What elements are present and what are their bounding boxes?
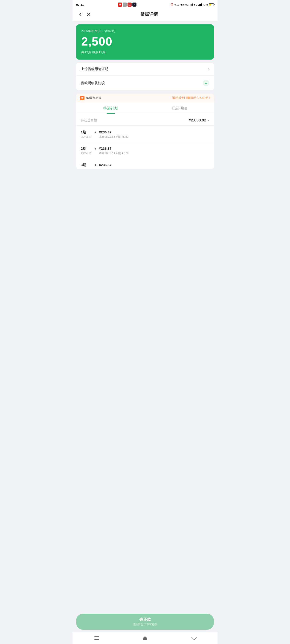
- payment-item-2: 2期 25/04/13 ¥236.37 本金188.67 + 利息47.70: [76, 143, 214, 159]
- period-2-date: 25/04/13: [81, 152, 95, 155]
- period-1: 1期 25/03/13: [81, 130, 95, 139]
- payment-1-amount: ¥236.37: [99, 130, 209, 134]
- period-3-num: 3期: [81, 163, 95, 167]
- page-title: 借据详情: [93, 11, 205, 17]
- payment-1-detail: 本金189.75 + 利息46.62: [99, 135, 209, 139]
- loan-details-right: [203, 80, 209, 86]
- total-amount-row: 待还总金额 ¥2,838.92: [76, 114, 214, 126]
- red-app-icon: 红: [128, 2, 132, 7]
- payment-item-1: 1期 25/03/13 ¥236.37 本金189.75 + 利息46.62: [76, 126, 214, 143]
- payment-3-amount: ¥236.37: [99, 163, 209, 167]
- period-2: 2期 25/04/13: [81, 146, 95, 155]
- period-2-num: 2期: [81, 146, 95, 151]
- tabs-row: 待还计划 已还明细: [76, 102, 214, 114]
- payment-2-amount: ¥236.37: [99, 146, 209, 150]
- back-button[interactable]: [76, 10, 85, 18]
- network-speed: 0.10 KB/s: [174, 4, 184, 6]
- coupon-link[interactable]: 返现后无门槛提现137.49元: [172, 96, 210, 100]
- dropdown-button[interactable]: [203, 80, 209, 86]
- network-type: 5G: [185, 3, 189, 6]
- tabs-section: 待还计划 已还明细 待还总金额 ¥2,838.92 1期 25/03/13 ¥2…: [76, 102, 214, 169]
- coupon-link-text: 返现后无门槛提现137.49元: [172, 96, 208, 100]
- period-3: 3期: [81, 163, 95, 167]
- battery-percent: 43%: [203, 3, 208, 6]
- period-1-num: 1期: [81, 130, 95, 134]
- total-amount-value: ¥2,838.92: [189, 118, 206, 122]
- tab-pending[interactable]: 待还计划: [76, 102, 145, 114]
- loan-amount: 2,500: [81, 35, 209, 48]
- chevron-right-icon: [207, 68, 209, 70]
- network-type-2: 5G: [194, 3, 197, 6]
- status-app-icons: 微 ○ 红 S: [118, 2, 136, 7]
- loan-date: 2025年02月13日 借款(元): [81, 29, 209, 33]
- battery-icon: [209, 4, 214, 6]
- loan-period: 共12期 剩余12期: [81, 50, 209, 54]
- upload-proof-right: [207, 68, 209, 70]
- status-time: 07:11: [76, 3, 84, 6]
- loan-details-item[interactable]: 借款明细及协议: [76, 76, 214, 90]
- payment-dot-1: [95, 132, 96, 133]
- total-label: 待还总金额: [81, 118, 97, 122]
- circle-icon: ○: [123, 2, 127, 7]
- payment-info-3: ¥236.37: [99, 163, 209, 167]
- signal-icon-2: [198, 4, 202, 6]
- payment-2-detail: 本金188.67 + 利息47.70: [99, 151, 209, 155]
- header: 借据详情: [73, 8, 217, 21]
- loan-card: 2025年02月13日 借款(元) 2,500 共12期 剩余12期: [76, 24, 214, 60]
- coupon-tag: 券: [80, 96, 85, 100]
- status-right: ⏰ 0.10 KB/s 5G 5G 43%: [170, 3, 214, 6]
- payment-list: 1期 25/03/13 ¥236.37 本金189.75 + 利息46.62 2…: [76, 126, 214, 169]
- close-button[interactable]: [85, 10, 93, 18]
- upload-proof-item[interactable]: 上传借款用途证明: [76, 63, 214, 76]
- upload-proof-label: 上传借款用途证明: [81, 67, 108, 71]
- soul-icon: S: [132, 2, 136, 7]
- loan-details-label: 借款明细及协议: [81, 81, 105, 85]
- coupon-banner: 券 90天免息券 返现后无门槛提现137.49元: [76, 94, 214, 102]
- status-bar: 07:11 微 ○ 红 S ⏰ 0.10 KB/s 5G 5G 43%: [73, 0, 217, 8]
- weibo-icon: 微: [118, 2, 122, 7]
- coupon-chevron-icon: [208, 97, 210, 99]
- coupon-name: 90天免息券: [86, 96, 102, 100]
- menu-card: 上传借款用途证明 借款明细及协议: [76, 63, 214, 90]
- total-value: ¥2,838.92: [189, 118, 209, 122]
- chevron-down-icon: [205, 82, 207, 84]
- alarm-icon: ⏰: [170, 3, 174, 6]
- payment-info-1: ¥236.37 本金189.75 + 利息46.62: [99, 130, 209, 139]
- tab-paid[interactable]: 已还明细: [145, 102, 214, 114]
- period-1-date: 25/03/13: [81, 136, 95, 139]
- total-chevron-icon: [207, 119, 210, 121]
- payment-dot-3: [95, 164, 96, 166]
- signal-icon: [190, 4, 193, 6]
- payment-info-2: ¥236.37 本金188.67 + 利息47.70: [99, 146, 209, 155]
- payment-item-3: 3期 ¥236.37: [76, 159, 214, 168]
- payment-dot-2: [95, 148, 96, 150]
